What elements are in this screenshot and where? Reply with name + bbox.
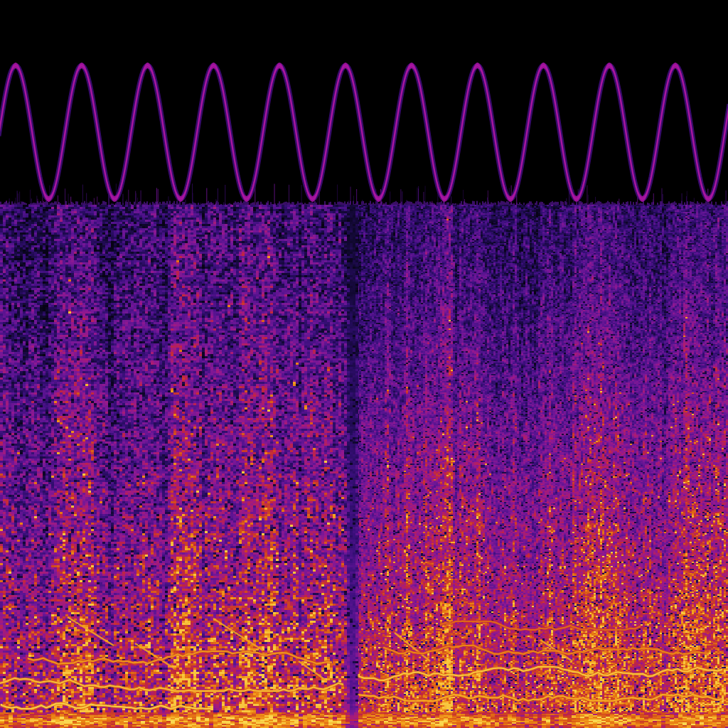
- waveform-plot: [0, 0, 728, 205]
- spectrogram-panel: [0, 205, 728, 728]
- waveform-panel: [0, 0, 728, 205]
- audio-visualization: [0, 0, 728, 728]
- spectrogram-plot: [0, 205, 728, 728]
